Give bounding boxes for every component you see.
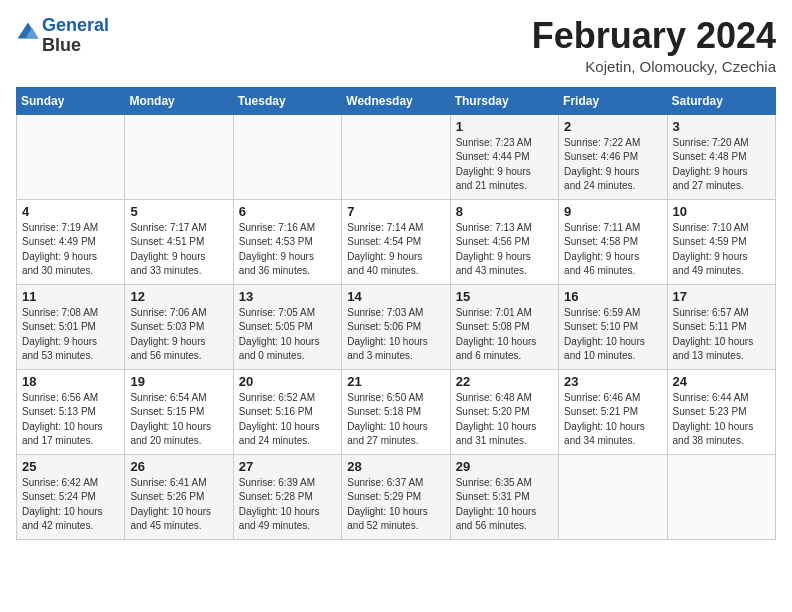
day-info: Sunrise: 6:41 AM Sunset: 5:26 PM Dayligh… <box>130 476 227 534</box>
day-info: Sunrise: 7:05 AM Sunset: 5:05 PM Dayligh… <box>239 306 336 364</box>
calendar-cell: 25Sunrise: 6:42 AM Sunset: 5:24 PM Dayli… <box>17 454 125 539</box>
calendar-cell: 24Sunrise: 6:44 AM Sunset: 5:23 PM Dayli… <box>667 369 775 454</box>
day-info: Sunrise: 6:46 AM Sunset: 5:21 PM Dayligh… <box>564 391 661 449</box>
week-row-3: 11Sunrise: 7:08 AM Sunset: 5:01 PM Dayli… <box>17 284 776 369</box>
logo-icon <box>16 21 40 45</box>
calendar-header: SundayMondayTuesdayWednesdayThursdayFrid… <box>17 87 776 114</box>
calendar-cell: 27Sunrise: 6:39 AM Sunset: 5:28 PM Dayli… <box>233 454 341 539</box>
calendar-cell <box>125 114 233 199</box>
calendar-cell: 9Sunrise: 7:11 AM Sunset: 4:58 PM Daylig… <box>559 199 667 284</box>
day-number: 4 <box>22 204 119 219</box>
day-info: Sunrise: 6:37 AM Sunset: 5:29 PM Dayligh… <box>347 476 444 534</box>
day-header-friday: Friday <box>559 87 667 114</box>
day-number: 15 <box>456 289 553 304</box>
calendar-cell: 14Sunrise: 7:03 AM Sunset: 5:06 PM Dayli… <box>342 284 450 369</box>
calendar-cell: 13Sunrise: 7:05 AM Sunset: 5:05 PM Dayli… <box>233 284 341 369</box>
day-info: Sunrise: 6:56 AM Sunset: 5:13 PM Dayligh… <box>22 391 119 449</box>
calendar-cell: 20Sunrise: 6:52 AM Sunset: 5:16 PM Dayli… <box>233 369 341 454</box>
calendar-cell <box>342 114 450 199</box>
day-header-saturday: Saturday <box>667 87 775 114</box>
day-info: Sunrise: 7:14 AM Sunset: 4:54 PM Dayligh… <box>347 221 444 279</box>
day-info: Sunrise: 6:39 AM Sunset: 5:28 PM Dayligh… <box>239 476 336 534</box>
day-number: 10 <box>673 204 770 219</box>
logo: General Blue <box>16 16 109 56</box>
day-header-thursday: Thursday <box>450 87 558 114</box>
calendar-cell: 21Sunrise: 6:50 AM Sunset: 5:18 PM Dayli… <box>342 369 450 454</box>
calendar-cell: 15Sunrise: 7:01 AM Sunset: 5:08 PM Dayli… <box>450 284 558 369</box>
calendar-cell: 2Sunrise: 7:22 AM Sunset: 4:46 PM Daylig… <box>559 114 667 199</box>
week-row-4: 18Sunrise: 6:56 AM Sunset: 5:13 PM Dayli… <box>17 369 776 454</box>
day-number: 6 <box>239 204 336 219</box>
day-number: 28 <box>347 459 444 474</box>
day-number: 29 <box>456 459 553 474</box>
day-number: 9 <box>564 204 661 219</box>
day-info: Sunrise: 7:03 AM Sunset: 5:06 PM Dayligh… <box>347 306 444 364</box>
calendar-cell: 3Sunrise: 7:20 AM Sunset: 4:48 PM Daylig… <box>667 114 775 199</box>
calendar-cell: 16Sunrise: 6:59 AM Sunset: 5:10 PM Dayli… <box>559 284 667 369</box>
calendar-cell: 8Sunrise: 7:13 AM Sunset: 4:56 PM Daylig… <box>450 199 558 284</box>
day-info: Sunrise: 7:01 AM Sunset: 5:08 PM Dayligh… <box>456 306 553 364</box>
calendar-cell <box>17 114 125 199</box>
day-info: Sunrise: 6:42 AM Sunset: 5:24 PM Dayligh… <box>22 476 119 534</box>
day-header-wednesday: Wednesday <box>342 87 450 114</box>
calendar-cell: 18Sunrise: 6:56 AM Sunset: 5:13 PM Dayli… <box>17 369 125 454</box>
day-info: Sunrise: 6:54 AM Sunset: 5:15 PM Dayligh… <box>130 391 227 449</box>
day-info: Sunrise: 7:17 AM Sunset: 4:51 PM Dayligh… <box>130 221 227 279</box>
day-number: 14 <box>347 289 444 304</box>
day-info: Sunrise: 6:48 AM Sunset: 5:20 PM Dayligh… <box>456 391 553 449</box>
calendar-cell <box>559 454 667 539</box>
calendar-cell: 1Sunrise: 7:23 AM Sunset: 4:44 PM Daylig… <box>450 114 558 199</box>
day-number: 18 <box>22 374 119 389</box>
day-info: Sunrise: 7:23 AM Sunset: 4:44 PM Dayligh… <box>456 136 553 194</box>
calendar-cell: 5Sunrise: 7:17 AM Sunset: 4:51 PM Daylig… <box>125 199 233 284</box>
day-info: Sunrise: 6:57 AM Sunset: 5:11 PM Dayligh… <box>673 306 770 364</box>
day-info: Sunrise: 7:22 AM Sunset: 4:46 PM Dayligh… <box>564 136 661 194</box>
calendar-cell: 10Sunrise: 7:10 AM Sunset: 4:59 PM Dayli… <box>667 199 775 284</box>
day-info: Sunrise: 7:11 AM Sunset: 4:58 PM Dayligh… <box>564 221 661 279</box>
day-info: Sunrise: 7:08 AM Sunset: 5:01 PM Dayligh… <box>22 306 119 364</box>
day-info: Sunrise: 7:10 AM Sunset: 4:59 PM Dayligh… <box>673 221 770 279</box>
day-number: 21 <box>347 374 444 389</box>
calendar-cell: 17Sunrise: 6:57 AM Sunset: 5:11 PM Dayli… <box>667 284 775 369</box>
day-number: 5 <box>130 204 227 219</box>
calendar-cell: 11Sunrise: 7:08 AM Sunset: 5:01 PM Dayli… <box>17 284 125 369</box>
day-number: 17 <box>673 289 770 304</box>
day-info: Sunrise: 7:06 AM Sunset: 5:03 PM Dayligh… <box>130 306 227 364</box>
calendar-cell: 28Sunrise: 6:37 AM Sunset: 5:29 PM Dayli… <box>342 454 450 539</box>
day-number: 22 <box>456 374 553 389</box>
day-header-monday: Monday <box>125 87 233 114</box>
day-number: 20 <box>239 374 336 389</box>
week-row-2: 4Sunrise: 7:19 AM Sunset: 4:49 PM Daylig… <box>17 199 776 284</box>
day-info: Sunrise: 6:52 AM Sunset: 5:16 PM Dayligh… <box>239 391 336 449</box>
day-number: 11 <box>22 289 119 304</box>
month-year: February 2024 <box>532 16 776 56</box>
day-info: Sunrise: 6:59 AM Sunset: 5:10 PM Dayligh… <box>564 306 661 364</box>
calendar-table: SundayMondayTuesdayWednesdayThursdayFrid… <box>16 87 776 540</box>
day-number: 23 <box>564 374 661 389</box>
week-row-5: 25Sunrise: 6:42 AM Sunset: 5:24 PM Dayli… <box>17 454 776 539</box>
calendar-cell: 26Sunrise: 6:41 AM Sunset: 5:26 PM Dayli… <box>125 454 233 539</box>
day-header-sunday: Sunday <box>17 87 125 114</box>
day-number: 16 <box>564 289 661 304</box>
day-number: 8 <box>456 204 553 219</box>
logo-text: General Blue <box>42 16 109 56</box>
day-info: Sunrise: 7:16 AM Sunset: 4:53 PM Dayligh… <box>239 221 336 279</box>
day-number: 27 <box>239 459 336 474</box>
day-number: 12 <box>130 289 227 304</box>
calendar-cell: 19Sunrise: 6:54 AM Sunset: 5:15 PM Dayli… <box>125 369 233 454</box>
calendar-cell: 4Sunrise: 7:19 AM Sunset: 4:49 PM Daylig… <box>17 199 125 284</box>
day-info: Sunrise: 7:13 AM Sunset: 4:56 PM Dayligh… <box>456 221 553 279</box>
page-header: General Blue February 2024 Kojetin, Olom… <box>16 16 776 75</box>
location: Kojetin, Olomoucky, Czechia <box>532 58 776 75</box>
day-info: Sunrise: 6:35 AM Sunset: 5:31 PM Dayligh… <box>456 476 553 534</box>
day-number: 25 <box>22 459 119 474</box>
day-info: Sunrise: 7:19 AM Sunset: 4:49 PM Dayligh… <box>22 221 119 279</box>
day-number: 3 <box>673 119 770 134</box>
title-block: February 2024 Kojetin, Olomoucky, Czechi… <box>532 16 776 75</box>
calendar-cell: 7Sunrise: 7:14 AM Sunset: 4:54 PM Daylig… <box>342 199 450 284</box>
day-number: 1 <box>456 119 553 134</box>
calendar-cell: 29Sunrise: 6:35 AM Sunset: 5:31 PM Dayli… <box>450 454 558 539</box>
day-number: 19 <box>130 374 227 389</box>
calendar-cell: 6Sunrise: 7:16 AM Sunset: 4:53 PM Daylig… <box>233 199 341 284</box>
day-info: Sunrise: 7:20 AM Sunset: 4:48 PM Dayligh… <box>673 136 770 194</box>
